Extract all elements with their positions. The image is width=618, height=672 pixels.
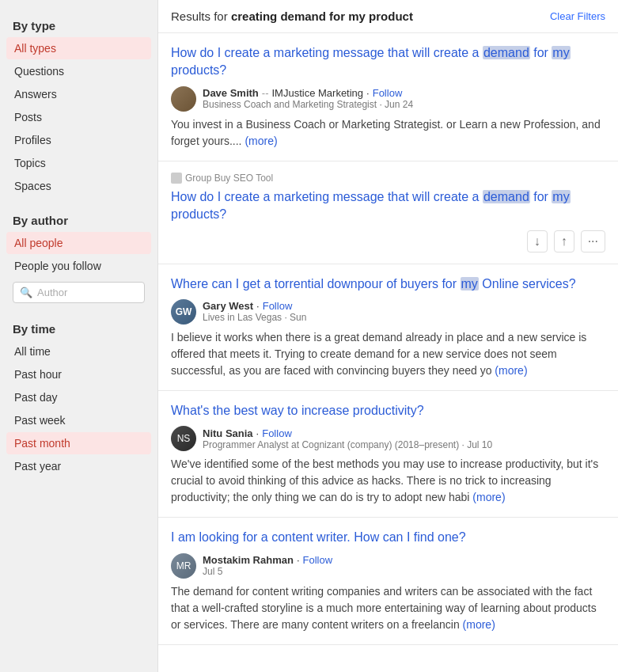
- sidebar-author-item-all-people[interactable]: All people: [6, 232, 151, 254]
- avatar: GW: [171, 299, 196, 325]
- author-name-row: Gary West · Follow: [203, 300, 306, 312]
- source-icon: [171, 173, 182, 184]
- read-more-link[interactable]: (more): [495, 364, 527, 377]
- sidebar: By type All typesQuestionsAnswersPostsPr…: [0, 0, 158, 672]
- follow-link[interactable]: Follow: [303, 554, 333, 566]
- by-type-heading: By type: [6, 13, 151, 37]
- card-author-row: NSNitu Sania · FollowProgrammer Analyst …: [171, 426, 605, 451]
- author-name[interactable]: Dave Smith: [203, 87, 259, 99]
- author-search-box[interactable]: 🔍: [13, 282, 145, 303]
- sidebar-item-questions[interactable]: Questions: [6, 60, 151, 82]
- main-content: Results for creating demand for my produ…: [158, 0, 618, 672]
- sidebar-time-item-past-month[interactable]: Past month: [6, 432, 151, 454]
- results-header: Results for creating demand for my produ…: [158, 0, 618, 33]
- card-text: The demand for content writing companies…: [171, 583, 605, 633]
- sidebar-time-item-all-time[interactable]: All time: [6, 340, 151, 363]
- search-icon: 🔍: [20, 287, 32, 298]
- author-meta: Programmer Analyst at Cognizant (company…: [203, 439, 492, 450]
- sidebar-time-item-past-year[interactable]: Past year: [6, 455, 151, 477]
- author-input[interactable]: [37, 287, 138, 298]
- author-meta: Lives in Las Vegas · Sun: [203, 312, 306, 323]
- card-title[interactable]: I am looking for a content writer. How c…: [171, 529, 605, 546]
- avatar: NS: [171, 426, 196, 451]
- author-meta: Jul 5: [203, 566, 332, 577]
- upvote-button[interactable]: ↑: [554, 230, 574, 252]
- avatar: [171, 86, 196, 112]
- results-for-label: Results for: [171, 9, 228, 23]
- follow-link[interactable]: Follow: [262, 427, 292, 439]
- author-company: IMJustice Marketing: [271, 87, 363, 99]
- read-more-link[interactable]: (more): [472, 491, 505, 503]
- sidebar-item-topics[interactable]: Topics: [6, 152, 151, 174]
- card-item: Where can I get a torrential downpour of…: [158, 264, 618, 391]
- avatar: MR: [171, 553, 196, 579]
- author-info: Gary West · FollowLives in Las Vegas · S…: [203, 300, 306, 323]
- author-info: Dave Smith -- IMJustice Marketing · Foll…: [203, 87, 413, 110]
- card-source: Group Buy SEO Tool: [171, 173, 273, 184]
- card-author-row: GWGary West · FollowLives in Las Vegas ·…: [171, 299, 605, 325]
- sidebar-item-posts[interactable]: Posts: [6, 106, 151, 128]
- card-item: I am looking for a content writer. How c…: [158, 518, 618, 644]
- card-item: Group Buy SEO ToolHow do I create a mark…: [158, 161, 618, 264]
- author-name-row: Mostakim Rahman · Follow: [203, 554, 332, 566]
- author-info: Mostakim Rahman · FollowJul 5: [203, 554, 332, 577]
- read-more-link[interactable]: (more): [463, 618, 495, 631]
- downvote-button[interactable]: ↓: [527, 230, 548, 252]
- author-name[interactable]: Nitu Sania: [203, 427, 253, 439]
- card-text: I believe it works when there is a great…: [171, 329, 605, 379]
- card-title[interactable]: What's the best way to increase producti…: [171, 402, 605, 420]
- author-meta: Business Coach and Marketing Strategist …: [203, 99, 413, 110]
- author-name[interactable]: Mostakim Rahman: [203, 554, 294, 566]
- card-title[interactable]: How do I create a marketing message that…: [171, 188, 605, 224]
- author-info: Nitu Sania · FollowProgrammer Analyst at…: [203, 427, 492, 450]
- card-actions: ↓↑···: [171, 230, 605, 252]
- card-author-row: Dave Smith -- IMJustice Marketing · Foll…: [171, 86, 605, 112]
- author-name[interactable]: Gary West: [203, 300, 253, 312]
- card-title[interactable]: How do I create a marketing message that…: [171, 44, 605, 80]
- more-options-button[interactable]: ···: [581, 230, 605, 252]
- card-text: We've identified some of the best method…: [171, 456, 605, 506]
- sidebar-time-item-past-week[interactable]: Past week: [6, 409, 151, 431]
- sidebar-item-all-types[interactable]: All types: [6, 37, 151, 59]
- sidebar-item-answers[interactable]: Answers: [6, 83, 151, 105]
- sidebar-time-item-past-hour[interactable]: Past hour: [6, 363, 151, 385]
- sidebar-author-item-people-you-follow[interactable]: People you follow: [6, 255, 151, 277]
- results-title: Results for creating demand for my produ…: [171, 9, 413, 23]
- author-name-row: Nitu Sania · Follow: [203, 427, 492, 439]
- author-name-row: Dave Smith -- IMJustice Marketing · Foll…: [203, 87, 413, 99]
- search-query: creating demand for my product: [231, 9, 413, 23]
- card-author-row: MRMostakim Rahman · FollowJul 5: [171, 553, 605, 579]
- card-item: What's the best way to increase producti…: [158, 391, 618, 518]
- by-author-heading: By author: [6, 207, 151, 232]
- follow-link[interactable]: Follow: [373, 87, 403, 99]
- author-separator: --: [262, 87, 269, 99]
- card-title[interactable]: Where can I get a torrential downpour of…: [171, 275, 605, 293]
- follow-link[interactable]: Follow: [263, 300, 293, 312]
- sidebar-time-item-past-day[interactable]: Past day: [6, 386, 151, 408]
- sidebar-item-profiles[interactable]: Profiles: [6, 129, 151, 151]
- clear-filters-link[interactable]: Clear Filters: [550, 10, 605, 22]
- by-time-heading: By time: [6, 316, 151, 340]
- card-text: You invest in a Business Coach or Market…: [171, 116, 605, 150]
- read-more-link[interactable]: (more): [245, 135, 277, 147]
- card-item: How do I create a marketing message that…: [158, 33, 618, 161]
- sidebar-item-spaces[interactable]: Spaces: [6, 175, 151, 197]
